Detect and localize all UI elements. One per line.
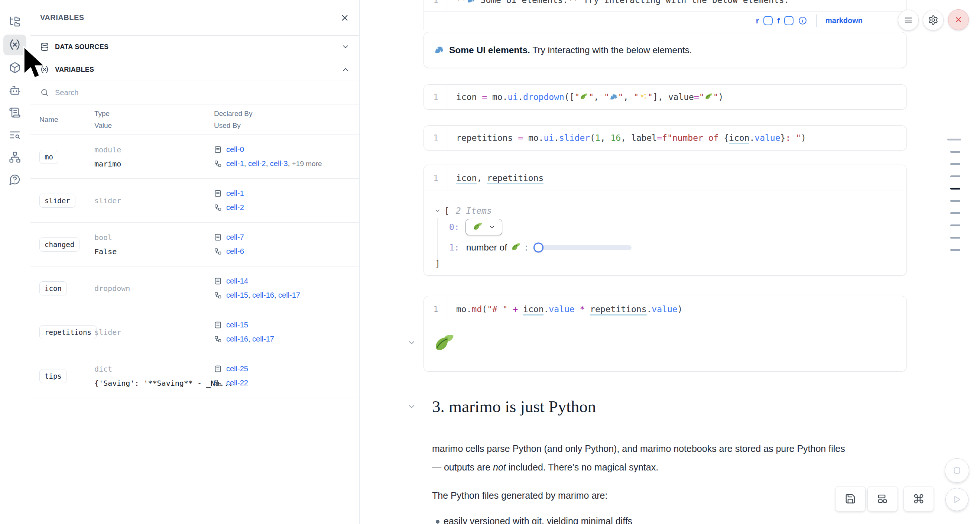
more-cells-label[interactable]: +19 more (292, 160, 322, 167)
minimap-cell-marker[interactable] (947, 139, 961, 140)
header-type: Type (94, 110, 214, 118)
cell-link[interactable]: cell-7 (226, 233, 244, 241)
markdown-output-cell[interactable]: Some UI elements. Try interacting with t… (423, 32, 907, 68)
markdown-source-cell[interactable]: 1 ** Some UI elements.** Try interacting… (423, 0, 907, 30)
slider-thumb[interactable] (533, 243, 544, 253)
search-input[interactable] (55, 88, 350, 97)
snippets-icon[interactable] (9, 107, 21, 119)
variable-name-badge[interactable]: tips (40, 369, 67, 383)
packages-icon[interactable] (9, 62, 21, 73)
stop-kernel-button[interactable] (945, 458, 969, 483)
line-number: 1 (424, 305, 448, 314)
shutdown-button[interactable] (948, 9, 969, 30)
minimap-cell-marker[interactable] (950, 249, 960, 251)
settings-button[interactable] (923, 10, 943, 30)
declared-by-links: cell-0 (226, 145, 244, 154)
minimap-cell-marker[interactable] (950, 163, 960, 165)
icon-dropdown-select[interactable] (466, 219, 502, 235)
language-toggle[interactable]: markdown (826, 16, 862, 25)
slider-label: number of (466, 242, 507, 253)
minimap-cell-marker[interactable] (950, 237, 960, 239)
cell-link[interactable]: cell-14 (226, 277, 248, 285)
variable-name-badge[interactable]: repetitions (40, 325, 97, 339)
f-checkbox[interactable] (784, 16, 794, 25)
cell-link[interactable]: cell-2 (226, 203, 244, 212)
code-cell-slider[interactable]: 1 repetitions = mo.ui.slider(1, 16, labe… (423, 125, 907, 151)
cell-link[interactable]: cell-15 (226, 321, 248, 329)
variable-name-badge[interactable]: changed (40, 237, 80, 252)
code-editor[interactable]: icon = mo.ui.dropdown(["", "", ""], valu… (448, 92, 907, 102)
cell-link[interactable]: cell-16 (226, 335, 248, 343)
section-label: VARIABLES (55, 66, 336, 73)
logs-icon[interactable] (9, 129, 21, 141)
declared-by-icon (214, 321, 222, 329)
code-editor[interactable]: icon, repetitions (448, 173, 907, 183)
code-editor[interactable]: repetitions = mo.ui.slider(1, 16, label=… (448, 133, 907, 143)
r-checkbox[interactable] (764, 16, 773, 25)
variable-type: slider (94, 196, 214, 205)
used-by-links: cell-16, cell-17 (226, 335, 274, 343)
cell-link[interactable]: cell-22 (226, 379, 248, 387)
layout-button[interactable] (867, 486, 898, 511)
cell-link[interactable]: cell-2 (248, 159, 266, 167)
cell-menu-button[interactable] (898, 10, 919, 30)
cell-link[interactable]: cell-16 (252, 291, 274, 299)
stop-square-icon (951, 465, 963, 476)
dependency-graph-icon[interactable] (9, 151, 21, 163)
help-icon[interactable] (9, 174, 21, 185)
cell-link[interactable]: cell-0 (226, 145, 244, 153)
save-button[interactable] (835, 486, 865, 511)
minimap-cell-marker[interactable] (950, 212, 960, 214)
section-data-sources[interactable]: DATA SOURCES (30, 36, 359, 58)
ai-assistant-icon[interactable] (9, 84, 21, 96)
table-row: changedboolFalsecell-7cell-6 (30, 223, 359, 266)
minimap-cell-marker[interactable] (950, 225, 960, 226)
variable-name-badge[interactable]: mo (40, 150, 58, 164)
chevron-down-icon[interactable] (407, 338, 416, 347)
line-number: 1 (424, 0, 448, 6)
declared-by-links: cell-14 (226, 277, 248, 285)
index-label: 0: (449, 222, 460, 232)
variable-name-badge[interactable]: slider (40, 194, 75, 208)
cell-link[interactable]: cell-17 (278, 291, 300, 299)
list-item-0: 0: (449, 219, 502, 235)
code-cell-md-repeat[interactable]: 1 mo.md("# " + icon.value * repetitions.… (423, 296, 907, 372)
cell-link[interactable]: cell-25 (226, 365, 248, 373)
chevron-down-icon[interactable] (407, 402, 416, 411)
declared-by-links: cell-7 (226, 233, 244, 242)
cell-link[interactable]: cell-3 (270, 159, 288, 167)
table-row: momodulemarimocell-0cell-1, cell-2, cell… (30, 135, 359, 179)
minimap-cell-marker[interactable] (950, 151, 960, 153)
code-editor[interactable]: mo.md("# " + icon.value * repetitions.va… (448, 304, 907, 314)
table-row: sliderslidercell-1cell-2 (30, 179, 359, 223)
used-by-icon (214, 379, 222, 387)
code-cell-dropdown[interactable]: 1 icon = mo.ui.dropdown(["", "", ""], va… (423, 84, 907, 110)
table-row: repetitionsslidercell-15cell-16, cell-17 (30, 310, 359, 354)
variables-icon[interactable] (8, 38, 21, 51)
bracket-close: ] (435, 259, 440, 268)
cell-link[interactable]: cell-1 (226, 159, 244, 167)
cell-link[interactable]: cell-17 (252, 335, 274, 343)
declared-by-links: cell-25 (226, 365, 248, 373)
cell-link[interactable]: cell-6 (226, 247, 244, 255)
code-cell-tuple[interactable]: 1 icon, repetitions [ 2 Items 0: 1: numb… (423, 165, 907, 276)
file-explorer-icon[interactable] (9, 16, 21, 27)
run-all-button[interactable] (945, 488, 969, 511)
cell-link[interactable]: cell-1 (226, 189, 244, 197)
indent-guide (437, 218, 438, 262)
command-icon (913, 493, 924, 504)
section-variables[interactable]: VARIABLES (30, 58, 359, 81)
repetitions-slider-track[interactable] (534, 245, 632, 250)
collapse-toggle-icon[interactable] (434, 207, 441, 214)
header-used-by: Used By (214, 121, 359, 130)
variable-name-badge[interactable]: icon (40, 281, 67, 295)
cell-link[interactable]: cell-15 (226, 291, 248, 299)
minimap-cell-marker-active[interactable] (950, 188, 960, 190)
minimap-cell-marker[interactable] (950, 200, 960, 202)
variable-value: {'Saving': '**Saving** - _Na... (94, 379, 214, 388)
keyboard-shortcuts-button[interactable] (904, 486, 934, 511)
info-icon[interactable] (798, 16, 807, 25)
close-icon[interactable] (340, 13, 350, 23)
code-editor[interactable]: ** Some UI elements.** Try interacting w… (448, 0, 907, 6)
minimap-cell-marker[interactable] (950, 175, 960, 177)
